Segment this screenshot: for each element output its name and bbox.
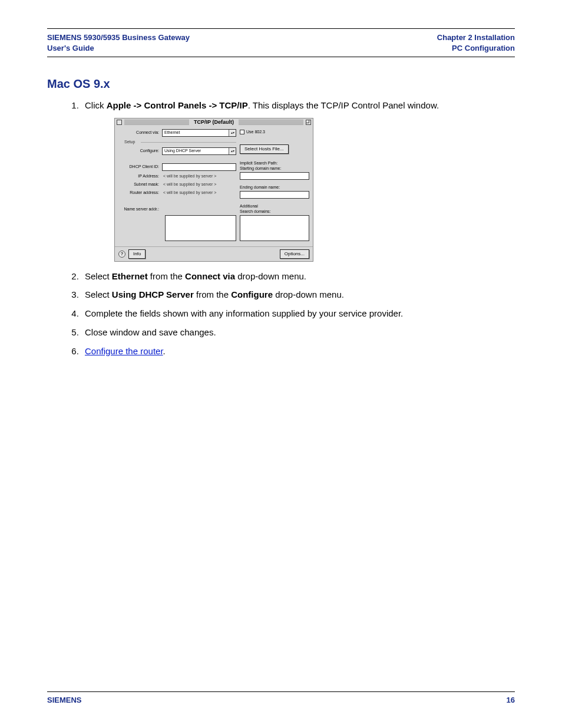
additional-label: Additional (240, 204, 309, 209)
footer-rule (47, 691, 515, 692)
header-right-line2: PC Configuration (437, 43, 515, 54)
page-header: SIEMENS 5930/5935 Business Gateway User'… (47, 32, 515, 53)
panel-titlebar: TCP/IP (Default) (115, 118, 313, 127)
ending-domain-input[interactable] (240, 191, 309, 199)
page-number: 16 (507, 696, 515, 704)
ip-address-label: IP Address: (118, 173, 162, 179)
connect-via-label: Connect via: (118, 130, 162, 136)
configure-router-link[interactable]: Configure the router (85, 346, 163, 356)
select-hosts-button[interactable]: Select Hosts File... (240, 144, 289, 154)
info-button[interactable]: Info (128, 249, 146, 259)
header-right-line1: Chapter 2 Installation (437, 32, 515, 43)
page-footer: SIEMENS 16 (47, 696, 515, 704)
implicit-search-label: Implicit Search Path: (240, 161, 309, 166)
section-heading: Mac OS 9.x (47, 77, 515, 91)
nameserver-input[interactable] (165, 215, 236, 241)
subnet-label: Subnet mask: (118, 182, 162, 187)
ip-address-value: < will be supplied by server > (162, 173, 236, 179)
step-4: Complete the fields shown with any infor… (81, 307, 515, 320)
step-3: Select Using DHCP Server from the Config… (81, 288, 515, 301)
configure-dropdown[interactable]: Using DHCP Server ▴▾ (162, 147, 236, 155)
footer-brand: SIEMENS (47, 696, 82, 704)
header-top-rule (47, 28, 515, 29)
configure-label: Configure: (118, 148, 162, 154)
step-5: Close window and save changes. (81, 326, 515, 339)
close-icon[interactable] (117, 120, 122, 125)
subnet-value: < will be supplied by server > (162, 182, 236, 187)
nameserver-label: Name server addr.: (118, 206, 162, 212)
connect-via-dropdown[interactable]: Ethernet ▴▾ (162, 129, 236, 137)
header-left-line1: SIEMENS 5930/5935 Business Gateway (47, 32, 190, 43)
zoom-icon[interactable] (306, 120, 311, 125)
titlebar-texture (239, 120, 303, 125)
panel-title: TCP/IP (Default) (191, 118, 236, 126)
step-1: Click Apple -> Control Panels -> TCP/IP.… (81, 99, 515, 262)
setup-divider: Setup (124, 139, 236, 145)
search-domains-input[interactable] (240, 215, 309, 241)
ending-domain-label: Ending domain name: (240, 185, 309, 190)
chevron-updown-icon: ▴▾ (229, 148, 236, 154)
search-domains-label: Search domains: (240, 209, 309, 214)
header-left-line2: User's Guide (47, 43, 190, 54)
dhcp-client-input[interactable] (162, 163, 236, 171)
dhcp-client-label: DHCP Client ID: (118, 164, 162, 170)
step-6: Configure the router. (81, 345, 515, 358)
checkbox-icon (240, 130, 244, 134)
instruction-list: Click Apple -> Control Panels -> TCP/IP.… (81, 99, 515, 363)
router-label: Router address: (118, 190, 162, 196)
header-bottom-rule (47, 57, 515, 57)
chevron-updown-icon: ▴▾ (229, 130, 236, 136)
titlebar-texture (124, 120, 189, 125)
step-2: Select Ethernet from the Connect via dro… (81, 270, 515, 283)
starting-domain-input[interactable] (240, 172, 309, 180)
options-button[interactable]: Options... (280, 249, 309, 259)
tcpip-panel: TCP/IP (Default) Connect via: Ethernet ▴… (114, 118, 313, 262)
starting-domain-label: Starting domain name: (240, 166, 309, 171)
use-8023-checkbox[interactable]: Use 802.3 (240, 129, 265, 135)
router-value: < will be supplied by server > (162, 190, 236, 196)
help-icon[interactable]: ? (118, 251, 125, 258)
